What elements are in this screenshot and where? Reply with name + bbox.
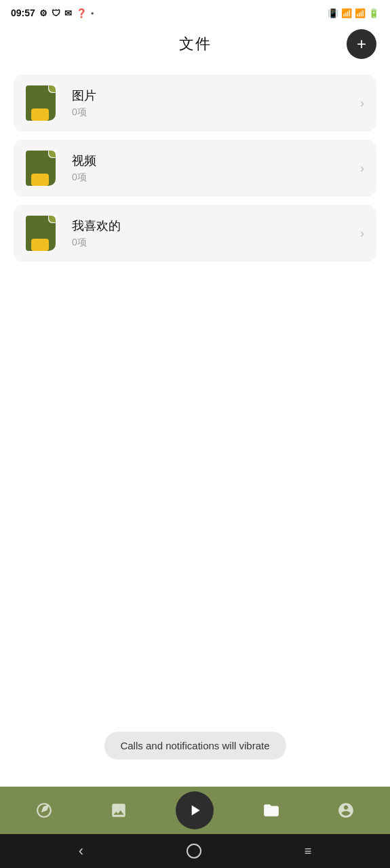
file-info-pictures: 图片 0项	[72, 87, 349, 119]
compass-icon	[35, 802, 53, 819]
image-icon	[110, 802, 128, 819]
chevron-right-icon: ›	[360, 161, 364, 176]
face-icon	[337, 802, 355, 819]
file-info-favorites: 我喜欢的 0项	[72, 218, 349, 249]
file-item-pictures[interactable]: 图片 0项 ›	[14, 75, 376, 132]
vibrate-icon: 📳	[328, 8, 338, 18]
chevron-right-icon: ›	[360, 226, 364, 241]
file-item-videos[interactable]: 视频 0项 ›	[14, 140, 376, 197]
home-button[interactable]	[187, 844, 201, 859]
status-bar: 09:57 ⚙ 🛡 ✉ ❓ ● 📳 📶 📶 🔋	[0, 0, 390, 24]
nav-item-files[interactable]	[254, 793, 288, 827]
file-count-favorites: 0项	[72, 237, 349, 249]
nav-item-play[interactable]	[176, 791, 214, 829]
page-title: 文件	[179, 34, 212, 54]
file-icon-pictures	[26, 85, 61, 121]
bottom-navigation	[0, 787, 390, 834]
signal-icon: 📶	[355, 8, 366, 18]
shield-icon: 🛡	[52, 8, 60, 18]
nav-item-gallery[interactable]	[102, 793, 136, 827]
file-item-favorites[interactable]: 我喜欢的 0项 ›	[14, 205, 376, 262]
help-icon: ❓	[76, 8, 87, 18]
nav-item-explore[interactable]	[27, 793, 61, 827]
folder-icon	[262, 802, 280, 819]
file-count-pictures: 0项	[72, 106, 349, 119]
page-header: 文件 +	[0, 24, 390, 64]
file-icon-videos	[26, 151, 61, 186]
time-display: 09:57	[11, 7, 35, 18]
toast-message: Calls and notifications will vibrate	[104, 732, 286, 760]
file-info-videos: 视频 0项	[72, 153, 349, 184]
status-time: 09:57 ⚙ 🛡 ✉ ❓ ●	[11, 7, 94, 18]
play-icon	[186, 802, 203, 819]
wifi-icon: 📶	[341, 8, 352, 18]
dot-indicator: ●	[91, 10, 94, 16]
status-right-icons: 📳 📶 📶 🔋	[328, 8, 379, 18]
file-name-favorites: 我喜欢的	[72, 218, 349, 234]
add-button[interactable]: +	[347, 29, 376, 59]
back-button[interactable]: ‹	[79, 842, 83, 860]
system-navigation: ‹ ≡	[0, 834, 390, 868]
battery-icon: 🔋	[368, 8, 379, 18]
file-name-videos: 视频	[72, 153, 349, 169]
file-icon-favorites	[26, 216, 61, 251]
settings-icon: ⚙	[39, 8, 47, 18]
menu-button[interactable]: ≡	[305, 844, 312, 859]
file-list: 图片 0项 › 视频 0项 › 我喜欢的 0项 ›	[0, 64, 390, 273]
nav-item-profile[interactable]	[329, 793, 363, 827]
file-count-videos: 0项	[72, 172, 349, 184]
file-name-pictures: 图片	[72, 87, 349, 104]
chevron-right-icon: ›	[360, 96, 364, 111]
mail-icon: ✉	[64, 8, 72, 18]
